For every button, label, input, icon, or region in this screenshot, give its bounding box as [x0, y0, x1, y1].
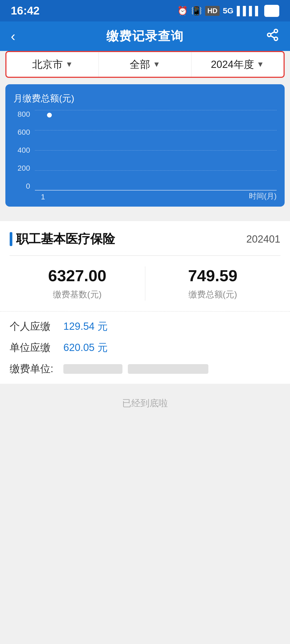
status-icons: ⏰ 📳 HD 5G ▌▌▌▌ 67 [177, 5, 279, 17]
base-amount-label: 缴费基数(元) [53, 289, 102, 301]
chart-plot [35, 110, 277, 191]
total-amount-value: 749.59 [188, 266, 237, 285]
section-indicator [10, 232, 12, 246]
x-label-1: 1 [35, 193, 51, 201]
y-label-800: 800 [13, 110, 32, 119]
insurance-section: 职工基本医疗保险 202401 6327.00 缴费基数(元) 749.59 缴… [0, 221, 290, 384]
personal-label: 个人应缴 [10, 320, 63, 333]
network-icon: 5G [223, 6, 234, 15]
city-label: 北京市 [32, 58, 63, 71]
hd-icon: HD [205, 6, 220, 16]
payer-row: 缴费单位: [10, 362, 280, 376]
insurance-date: 202401 [246, 233, 280, 245]
insurance-title: 职工基本医疗保险 [16, 231, 115, 247]
unit-row: 单位应缴 620.05 元 [10, 341, 280, 354]
total-amount-label: 缴费总额(元) [189, 289, 237, 301]
chart-area: 800 600 400 200 0 1 时间(月) [13, 110, 277, 201]
signal-icon: ▌▌▌▌ [237, 6, 261, 16]
chart-grid-lines [35, 110, 277, 191]
y-label-200: 200 [13, 164, 32, 173]
grid-line-200 [35, 170, 277, 171]
total-amount-item: 749.59 缴费总额(元) [145, 266, 281, 301]
chart-x-unit: 时间(月) [249, 191, 277, 201]
base-amount-value: 6327.00 [48, 266, 106, 285]
chart-title: 月缴费总额(元) [13, 92, 277, 105]
status-bar: 16:42 ⏰ 📳 HD 5G ▌▌▌▌ 67 [0, 0, 290, 21]
year-dropdown-icon: ▼ [257, 60, 264, 69]
payer-blur-2 [128, 364, 208, 374]
payer-label: 缴费单位: [10, 362, 63, 376]
payer-blur-1 [63, 364, 122, 374]
personal-row: 个人应缴 129.54 元 [10, 320, 280, 333]
type-dropdown-icon: ▼ [153, 60, 160, 69]
chart-x-labels: 1 [13, 193, 277, 201]
filter-bar: 北京市 ▼ 全部 ▼ 2024年度 ▼ [5, 51, 285, 78]
y-label-0: 0 [13, 182, 32, 191]
type-label: 全部 [130, 58, 150, 71]
alarm-icon: ⏰ [177, 6, 188, 16]
grid-line-600 [35, 130, 277, 130]
vibrate-icon: 📳 [191, 6, 202, 16]
battery-indicator: 67 [264, 5, 279, 17]
year-filter[interactable]: 2024年度 ▼ [191, 52, 284, 77]
divider-top [10, 255, 280, 256]
personal-amount: 129.54 元 [63, 320, 108, 333]
grid-line-800 [35, 110, 277, 110]
svg-line-3 [271, 36, 274, 38]
status-time: 16:42 [11, 4, 39, 17]
bottom-spacer [0, 426, 290, 587]
app-bar: ‹ 缴费记录查询 [0, 21, 290, 51]
unit-label: 单位应缴 [10, 341, 63, 354]
page-title: 缴费记录查询 [106, 28, 184, 45]
y-label-600: 600 [13, 128, 32, 137]
svg-line-4 [271, 32, 274, 34]
section-header: 职工基本医疗保险 202401 [0, 221, 290, 255]
year-label: 2024年度 [211, 58, 254, 71]
type-filter[interactable]: 全部 ▼ [99, 52, 191, 77]
chart-container: 月缴费总额(元) 800 600 400 200 0 1 时间( [5, 84, 285, 207]
unit-amount: 620.05 元 [63, 341, 108, 354]
y-label-400: 400 [13, 146, 32, 155]
chart-baseline [35, 190, 277, 191]
chart-y-labels: 800 600 400 200 0 [13, 110, 32, 191]
city-dropdown-icon: ▼ [66, 60, 73, 69]
section-title-wrap: 职工基本医疗保险 [10, 231, 115, 247]
back-button[interactable]: ‹ [11, 28, 27, 44]
city-filter[interactable]: 北京市 ▼ [6, 52, 99, 77]
spacer [0, 207, 290, 215]
detail-section: 个人应缴 129.54 元 单位应缴 620.05 元 缴费单位: [0, 311, 290, 384]
share-button[interactable] [263, 28, 279, 45]
base-amount-item: 6327.00 缴费基数(元) [10, 266, 145, 301]
bottom-tip: 已经到底啦 [0, 384, 290, 426]
main-numbers: 6327.00 缴费基数(元) 749.59 缴费总额(元) [10, 266, 280, 301]
grid-line-400 [35, 150, 277, 151]
chart-data-dot [47, 113, 52, 118]
